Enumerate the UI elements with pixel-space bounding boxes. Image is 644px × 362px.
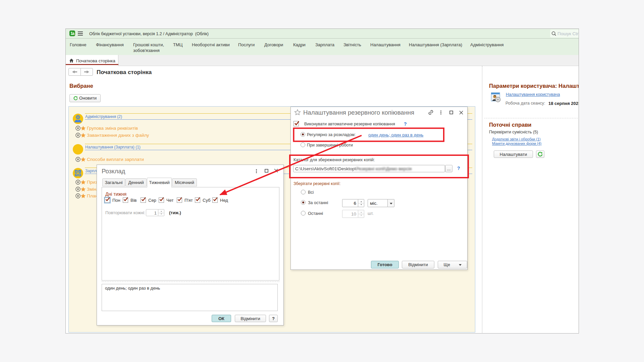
svg-text:1a: 1a (70, 31, 74, 36)
